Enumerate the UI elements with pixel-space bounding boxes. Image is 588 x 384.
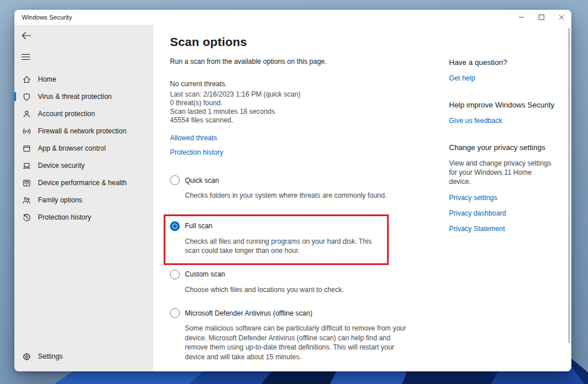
sidebar-item-label: Home [38,75,56,83]
privacy-heading: Change your privacy settings [449,143,564,152]
sidebar-item-virus-threat-protection[interactable]: Virus & threat protection [14,88,153,105]
option-custom-scan: Custom scan Choose which files and locat… [170,270,434,295]
feedback-section: Help improve Windows Security Give us fe… [449,101,564,125]
sidebar-item-label: Protection history [38,213,91,221]
privacy-settings-link[interactable]: Privacy settings [449,194,564,202]
close-button[interactable] [551,10,571,25]
get-help-link[interactable]: Get help [449,74,564,82]
window-title: Windows Security [22,14,72,21]
laptop-icon [22,161,31,170]
full-scan-highlight-box: Full scan Checks all files and running p… [164,214,389,265]
option-quick-scan: Quick scan Checks folders in your system… [170,175,434,201]
status-files-scanned: 45554 files scanned. [170,116,434,125]
sidebar-item-family-options[interactable]: Family options [14,191,153,209]
quick-scan-label: Quick scan [185,176,219,185]
allowed-threats-link[interactable]: Allowed threats [170,134,217,142]
sidebar-item-account-protection[interactable]: Account protection [14,105,153,122]
option-full-scan: Full scan Checks all files and running p… [170,221,381,256]
defender-offline-scan-description: Some malicious software can be particula… [185,324,413,362]
sidebar-item-label: Device performance & health [38,179,127,187]
give-feedback-link[interactable]: Give us feedback [449,117,564,125]
quick-scan-description: Checks folders in your system where thre… [185,191,413,201]
status-threats-found: 0 threat(s) found. [170,99,434,107]
sidebar-item-device-security[interactable]: Device security [14,157,153,174]
sidebar-item-app-browser-control[interactable]: App & browser control [14,140,153,157]
defender-offline-scan-label: Microsoft Defender Antivirus (offline sc… [185,309,312,317]
hamburger-icon [21,53,30,60]
page-subtitle: Run a scan from the available options on… [170,57,434,66]
custom-scan-description: Choose which files and locations you wan… [185,285,413,295]
maximize-icon [539,14,544,20]
defender-offline-scan-radio[interactable] [170,308,180,318]
gear-icon [22,352,31,361]
quick-scan-radio[interactable] [170,175,180,185]
full-scan-description: Checks all files and running programs on… [185,237,381,256]
shield-icon [22,92,31,101]
maximize-button[interactable] [531,10,551,25]
main-content: Scan options Run a scan from the availab… [153,25,571,371]
minimize-icon [519,14,524,20]
scrollbar[interactable] [568,28,570,343]
feedback-heading: Help improve Windows Security [449,101,564,109]
privacy-section: Change your privacy settings View and ch… [449,143,564,233]
question-section: Have a question? Get help [449,58,564,82]
scan-status: No current threats. Last scan: 2/16/2023… [170,80,434,125]
sidebar-item-label: App & browser control [38,144,106,152]
privacy-statement-link[interactable]: Privacy Statement [449,225,564,233]
sidebar-item-label: Virus & threat protection [38,93,112,101]
privacy-body: View and change privacy settings for you… [449,159,551,186]
window-controls [511,10,571,25]
privacy-dashboard-link[interactable]: Privacy dashboard [449,209,564,217]
custom-scan-radio[interactable] [170,270,180,279]
help-panel: Have a question? Get help Help improve W… [449,58,564,251]
full-scan-radio[interactable] [170,221,180,231]
scan-options-group: Quick scan Checks folders in your system… [170,175,434,362]
sidebar-item-device-performance-health[interactable]: Device performance & health [14,174,153,191]
privacy-links: Privacy settings Privacy dashboard Priva… [449,194,564,233]
sidebar-item-label: Firewall & network protection [38,127,126,135]
question-heading: Have a question? [449,58,564,67]
windows-security-window: Windows Security [14,10,571,371]
sidebar-item-firewall-network[interactable]: Firewall & network protection [14,122,153,140]
protection-history-link[interactable]: Protection history [170,148,223,156]
desktop: Windows Security [0,0,588,384]
family-icon [22,195,31,205]
titlebar[interactable]: Windows Security [14,10,571,25]
close-icon [559,14,564,20]
custom-scan-label: Custom scan [185,270,225,278]
status-last-scan: Last scan: 2/16/2023 1:16 PM (quick scan… [170,90,434,99]
sidebar-settings: Settings [14,348,153,365]
network-waves-icon [22,126,31,136]
full-scan-label: Full scan [185,222,212,230]
option-defender-offline-scan: Microsoft Defender Antivirus (offline sc… [170,308,434,362]
sidebar-item-protection-history[interactable]: Protection history [14,209,153,226]
sidebar-item-label: Settings [38,352,63,360]
sidebar-nav: Home Virus & threat protection Account p… [14,71,153,226]
page-title: Scan options [170,35,434,49]
app-window-icon [22,144,31,153]
back-button[interactable] [21,32,33,41]
status-duration: Scan lasted 1 minutes 18 seconds [170,107,434,116]
history-icon [22,213,31,222]
device-health-icon [22,178,31,187]
sidebar-item-settings[interactable]: Settings [14,348,153,365]
sidebar-item-home[interactable]: Home [14,71,153,88]
sidebar-item-label: Account protection [38,110,95,118]
sidebar-item-label: Device security [38,162,84,170]
status-no-threats: No current threats. [170,80,434,89]
back-arrow-icon [21,32,32,40]
home-icon [22,75,31,84]
sidebar-item-label: Family options [38,196,82,204]
sidebar: Home Virus & threat protection Account p… [14,25,153,371]
person-icon [22,109,31,118]
minimize-button[interactable] [511,10,531,25]
menu-button[interactable] [21,52,33,60]
